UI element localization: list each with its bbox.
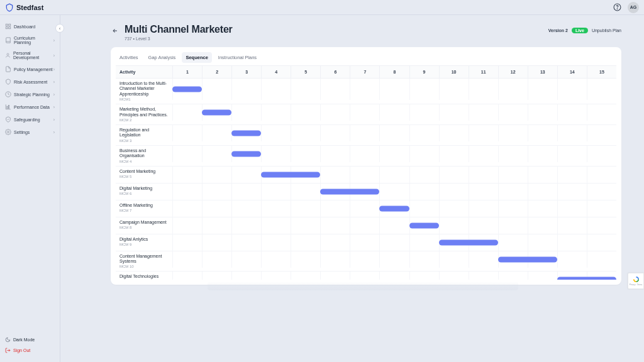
activity-code: MCM 2 xyxy=(119,118,169,122)
sidebar-item-strategic-planning[interactable]: Strategic Planning› xyxy=(0,88,60,101)
sidebar-nav: DashboardCurriculum Planning›Personal De… xyxy=(0,15,60,331)
tab-activities[interactable]: Activities xyxy=(116,52,142,63)
column-header: 10 xyxy=(439,66,469,78)
activity-row: Regulation and LegislationMCM 3 xyxy=(116,125,616,146)
column-header: 6 xyxy=(320,66,350,78)
brand-logo-icon xyxy=(5,3,14,12)
column-header: 9 xyxy=(409,66,439,78)
nav-icon xyxy=(5,79,11,85)
status-badge: Live xyxy=(572,28,588,33)
svg-rect-9 xyxy=(8,106,9,109)
column-header: 7 xyxy=(350,66,379,78)
activity-row: Marketing Method, Principles and Practic… xyxy=(116,104,616,125)
nav-label: Settings xyxy=(14,130,30,134)
column-header: 2 xyxy=(202,66,231,78)
activity-row: Digital MarketingMCM 6 xyxy=(116,184,616,200)
sidebar-item-policy-management[interactable]: Policy Management› xyxy=(0,63,60,75)
svg-rect-8 xyxy=(7,106,8,108)
sidebar-item-settings[interactable]: Settings› xyxy=(0,126,60,138)
dark-mode-toggle[interactable]: Dark Mode xyxy=(0,334,60,345)
activity-title: Marketing Method, Principles and Practic… xyxy=(119,107,169,118)
tab-instructional-plans[interactable]: Instructional Plans xyxy=(214,52,260,63)
svg-rect-4 xyxy=(6,27,8,29)
gantt-bar[interactable] xyxy=(261,172,320,177)
activity-row: Introduction to the Multi-Channel Market… xyxy=(116,79,616,104)
nav-icon xyxy=(5,116,11,123)
sign-out-button[interactable]: Sign Out xyxy=(0,345,60,356)
activity-title: Content Management Systems xyxy=(119,254,169,265)
activity-title: Regulation and Legislation xyxy=(119,128,169,138)
activity-row: Business and OrganisationMCM 4 xyxy=(116,146,616,167)
gantt-bar[interactable] xyxy=(439,239,498,245)
tab-bar: ActivitiesGap AnalysisSequenceInstructio… xyxy=(116,52,616,65)
nav-icon xyxy=(5,129,11,135)
tab-sequence[interactable]: Sequence xyxy=(182,52,211,63)
unpublish-plan-link[interactable]: Unpublish Plan xyxy=(592,28,621,33)
activity-title: Campaign Management xyxy=(119,220,169,225)
nav-icon xyxy=(5,91,11,97)
sidebar-item-personal-development[interactable]: Personal Development› xyxy=(0,48,60,63)
column-header: 8 xyxy=(379,66,409,78)
nav-icon xyxy=(5,52,11,58)
nav-label: Personal Development xyxy=(13,51,53,60)
sequence-card: ActivitiesGap AnalysisSequenceInstructio… xyxy=(111,47,621,285)
nav-label: Dashboard xyxy=(14,25,35,29)
sidebar-item-safeguarding[interactable]: Safeguarding› xyxy=(0,113,60,126)
chevron-right-icon: › xyxy=(53,80,55,84)
column-header: 3 xyxy=(231,66,261,78)
sidebar-item-performance-data[interactable]: Performance Data› xyxy=(0,101,60,113)
activity-code: MCM 3 xyxy=(119,139,169,143)
sidebar-item-risk-assessment[interactable]: Risk Assessment› xyxy=(0,75,60,88)
svg-rect-3 xyxy=(9,24,11,26)
page-title: Multi Channel Marketer xyxy=(125,24,233,35)
svg-rect-5 xyxy=(9,27,11,29)
help-button[interactable] xyxy=(611,2,623,13)
column-header: 5 xyxy=(291,66,320,78)
activity-title: Digital Anlytics xyxy=(119,237,169,242)
activity-column-header: Activity xyxy=(116,66,172,78)
column-header: 11 xyxy=(469,66,498,78)
column-header: 12 xyxy=(498,66,528,78)
gantt-bar[interactable] xyxy=(202,110,231,116)
nav-label: Curriculum Planning xyxy=(14,36,53,45)
brand-name: Stedfast xyxy=(16,4,43,11)
gantt-bar[interactable] xyxy=(409,222,439,228)
version-label: Version 2 xyxy=(548,28,568,33)
activity-row: Offline MarketingMCM 7 xyxy=(116,200,616,217)
gantt-bar[interactable] xyxy=(557,277,616,280)
activity-title: Digital Technologies xyxy=(119,274,169,279)
activity-title: Digital Marketing xyxy=(119,186,169,191)
recaptcha-badge[interactable]: Privacy · Terms xyxy=(628,273,644,289)
gantt-bar[interactable] xyxy=(231,130,261,136)
sign-out-label: Sign Out xyxy=(13,348,30,353)
gantt-bar[interactable] xyxy=(231,151,261,156)
activity-code: MCM 5 xyxy=(119,175,169,178)
gantt-bar[interactable] xyxy=(172,87,202,92)
activity-code: MCM1 xyxy=(119,97,169,101)
activity-title: Content Marketing xyxy=(119,169,169,174)
column-header: 13 xyxy=(528,66,557,78)
back-button[interactable] xyxy=(111,26,119,35)
gantt-bar[interactable] xyxy=(320,189,379,194)
sidebar-collapse-button[interactable]: ‹ xyxy=(55,24,64,33)
nav-icon xyxy=(5,37,11,43)
activity-title: Business and Organisation xyxy=(119,148,169,159)
chevron-right-icon: › xyxy=(53,105,55,109)
column-header: 14 xyxy=(557,66,587,78)
nav-label: Performance Data xyxy=(14,105,50,109)
nav-icon xyxy=(5,104,11,110)
tab-gap-analysis[interactable]: Gap Analysis xyxy=(145,52,180,63)
sidebar-item-dashboard[interactable]: Dashboard xyxy=(0,20,60,33)
column-header: 1 xyxy=(172,66,202,78)
nav-icon xyxy=(5,23,11,30)
activity-title: Introduction to the Multi-Channel Market… xyxy=(119,81,169,97)
user-avatar[interactable]: AG xyxy=(628,2,639,13)
chevron-right-icon: › xyxy=(53,118,55,122)
sidebar-item-curriculum-planning[interactable]: Curriculum Planning› xyxy=(0,33,60,48)
column-header: 15 xyxy=(587,66,616,78)
nav-label: Safeguarding xyxy=(14,118,40,122)
column-header: 4 xyxy=(261,66,291,78)
gantt-bar[interactable] xyxy=(379,206,409,211)
dark-mode-label: Dark Mode xyxy=(13,337,35,342)
gantt-bar[interactable] xyxy=(498,256,557,262)
